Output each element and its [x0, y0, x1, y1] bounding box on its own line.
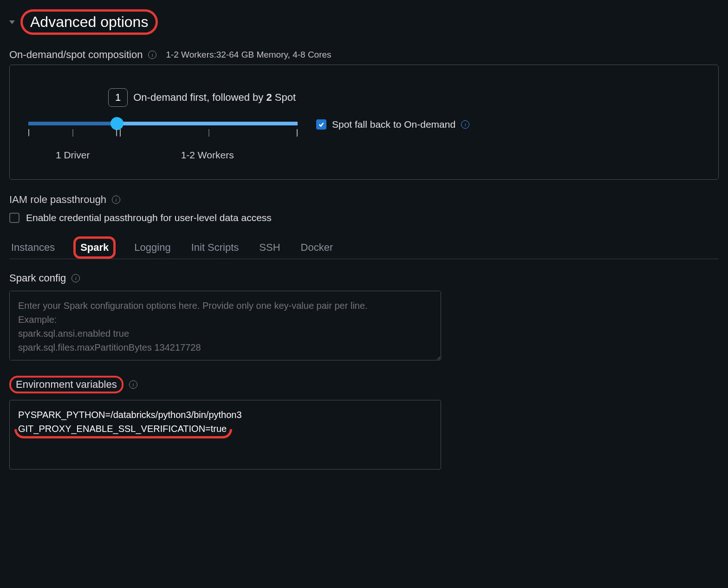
- iam-label: IAM role passthrough: [9, 194, 106, 206]
- workers-label: 1-2 Workers: [117, 150, 298, 161]
- env-var-line: PYSPARK_PYTHON=/databricks/python3/bin/p…: [18, 408, 432, 422]
- iam-checkbox[interactable]: [9, 213, 20, 223]
- driver-label: 1 Driver: [28, 150, 117, 161]
- info-icon[interactable]: i: [129, 380, 137, 389]
- info-icon[interactable]: i: [148, 51, 156, 59]
- spark-config-section: Spark config i: [9, 272, 719, 363]
- spark-config-textarea[interactable]: [9, 291, 441, 360]
- info-icon[interactable]: i: [112, 196, 120, 204]
- tab-init-scripts[interactable]: Init Scripts: [189, 237, 241, 258]
- spot-fallback-label: Spot fall back to On-demand: [332, 119, 455, 130]
- composition-summary: 1-2 Workers:32-64 GB Memory, 4-8 Cores: [166, 50, 331, 60]
- tab-docker[interactable]: Docker: [299, 237, 335, 258]
- tabs: Instances Spark Logging Init Scripts SSH…: [9, 236, 719, 259]
- info-icon[interactable]: i: [72, 274, 80, 282]
- env-vars-label: Environment variables: [16, 379, 117, 390]
- tab-logging[interactable]: Logging: [132, 237, 172, 258]
- iam-section: IAM role passthrough i Enable credential…: [9, 194, 719, 223]
- composition-slider[interactable]: [28, 121, 298, 126]
- slider-tooltip-value: 1: [108, 88, 128, 107]
- composition-label: On-demand/spot composition: [9, 49, 143, 61]
- advanced-options-title: Advanced options: [30, 13, 148, 30]
- composition-slider-area: 1 On-demand first, followed by 2 Spot 1 …: [28, 88, 298, 161]
- tab-ssh[interactable]: SSH: [257, 237, 282, 258]
- spot-fallback-checkbox[interactable]: [316, 119, 326, 130]
- spark-config-label: Spark config: [9, 272, 66, 284]
- advanced-options-header[interactable]: Advanced options: [9, 9, 158, 35]
- info-icon[interactable]: i: [461, 120, 469, 129]
- env-vars-textarea[interactable]: PYSPARK_PYTHON=/databricks/python3/bin/p…: [9, 400, 441, 470]
- spot-fallback-row: Spot fall back to On-demand i: [316, 119, 469, 130]
- composition-label-row: On-demand/spot composition i 1-2 Workers…: [9, 49, 719, 61]
- slider-tooltip-text: On-demand first, followed by 2 Spot: [133, 91, 296, 104]
- env-var-line: GIT_PROXY_ENABLE_SSL_VERIFICATION=true: [18, 424, 227, 434]
- tab-instances[interactable]: Instances: [9, 237, 57, 258]
- slider-handle[interactable]: [110, 117, 124, 130]
- iam-checkbox-label: Enable credential passthrough for user-l…: [26, 212, 272, 223]
- chevron-down-icon: [9, 20, 15, 24]
- composition-box: 1 On-demand first, followed by 2 Spot 1 …: [9, 65, 719, 180]
- tab-spark[interactable]: Spark: [80, 242, 109, 253]
- env-vars-section: Environment variables i PYSPARK_PYTHON=/…: [9, 376, 719, 470]
